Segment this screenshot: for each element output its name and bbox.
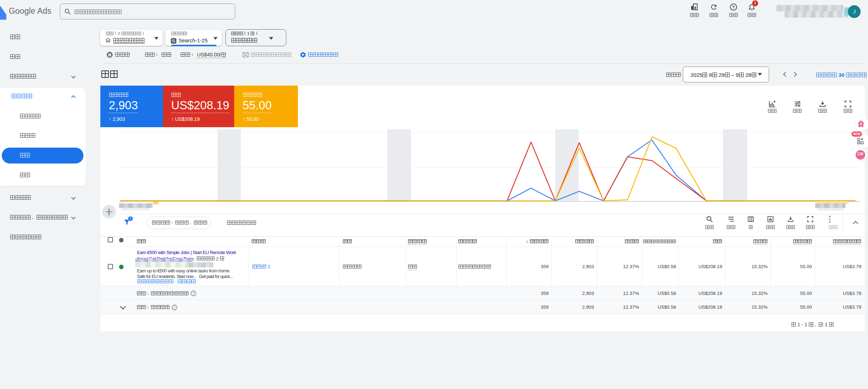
svg-text:?: ?: [193, 292, 194, 295]
svg-text:?: ?: [174, 306, 175, 309]
svg-text:?: ?: [732, 5, 735, 10]
